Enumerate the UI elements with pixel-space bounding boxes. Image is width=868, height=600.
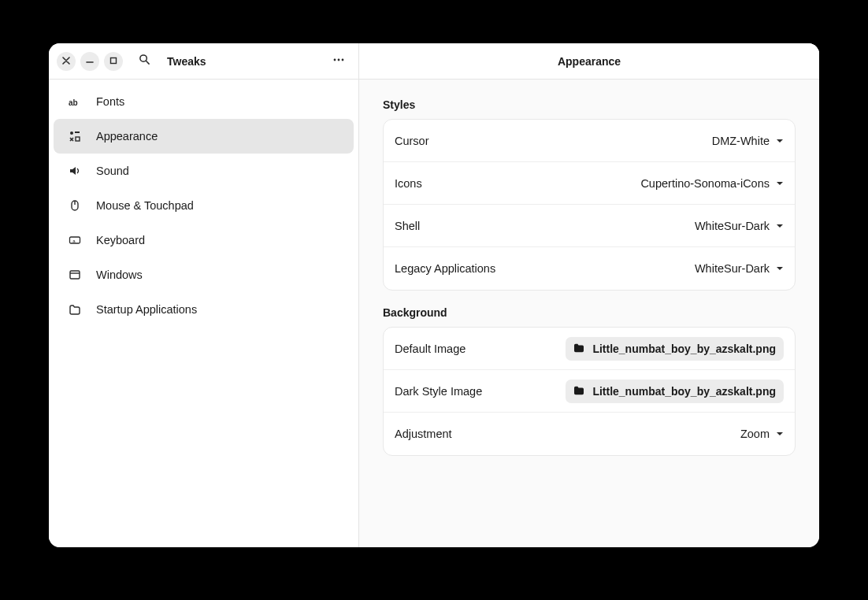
row-legacy-applications[interactable]: Legacy Applications WhiteSur-Dark (384, 247, 795, 290)
row-dark-style-image: Dark Style Image Little_numbat_boy_by_az… (384, 370, 795, 413)
file-name: Little_numbat_boy_by_azskalt.png (592, 385, 776, 398)
page-title: Appearance (558, 55, 621, 68)
styles-section-title: Styles (383, 98, 796, 111)
content-body: Styles Cursor DMZ-White Icons Cupertino-… (359, 80, 819, 486)
row-cursor[interactable]: Cursor DMZ-White (384, 120, 795, 162)
svg-point-6 (70, 131, 73, 135)
styles-group: Cursor DMZ-White Icons Cupertino-Sonoma-… (383, 119, 796, 291)
maximize-icon (109, 56, 117, 67)
sidebar-item-label: Windows (96, 269, 143, 281)
row-value-adjustment: Zoom (740, 428, 784, 440)
startup-apps-icon (68, 303, 82, 316)
row-value-shell: WhiteSur-Dark (695, 220, 784, 232)
svg-text:ab: ab (69, 98, 78, 107)
chevron-down-icon (776, 265, 784, 272)
minimize-icon (86, 56, 94, 67)
appearance-icon (68, 130, 82, 143)
search-button[interactable] (132, 50, 156, 73)
dropdown-value: WhiteSur-Dark (695, 262, 770, 275)
content-pane: Appearance Styles Cursor DMZ-White Icons (359, 43, 819, 547)
svg-rect-13 (70, 271, 80, 279)
sidebar-item-fonts[interactable]: ab Fonts (54, 84, 354, 119)
row-label: Dark Style Image (395, 385, 482, 398)
sidebar-item-label: Mouse & Touchpad (96, 199, 194, 212)
close-icon (62, 56, 70, 67)
sidebar-item-startup-applications[interactable]: Startup Applications (54, 292, 354, 327)
row-label: Shell (395, 220, 420, 232)
sound-icon (68, 165, 82, 177)
sidebar-nav: ab Fonts Appearance Sound Mous (49, 80, 358, 331)
svg-text:a: a (72, 239, 76, 243)
dropdown-value: Zoom (740, 428, 770, 440)
row-label: Cursor (395, 135, 429, 147)
mouse-icon (68, 199, 82, 212)
row-shell[interactable]: Shell WhiteSur-Dark (384, 205, 795, 247)
window-minimize-button[interactable] (80, 52, 99, 71)
row-label: Default Image (395, 343, 466, 355)
sidebar-item-label: Appearance (96, 130, 158, 143)
background-section-title: Background (383, 306, 796, 319)
sidebar-item-label: Sound (96, 165, 129, 177)
svg-point-2 (334, 58, 336, 61)
fonts-icon: ab (68, 95, 82, 108)
file-chooser-default-image[interactable]: Little_numbat_boy_by_azskalt.png (566, 337, 784, 361)
svg-rect-7 (75, 131, 80, 133)
chevron-down-icon (776, 137, 784, 145)
row-default-image: Default Image Little_numbat_boy_by_azska… (384, 328, 795, 370)
content-header: Appearance (359, 43, 819, 80)
row-label: Icons (395, 177, 422, 190)
window-maximize-button[interactable] (104, 52, 123, 71)
sidebar: Tweaks ab Fonts Appearance (49, 43, 359, 547)
keyboard-icon: a (68, 234, 82, 246)
chevron-down-icon (776, 430, 784, 438)
row-icons[interactable]: Icons Cupertino-Sonoma-iCons (384, 162, 795, 205)
sidebar-item-label: Fonts (96, 95, 124, 108)
windows-icon (68, 269, 82, 281)
svg-point-4 (342, 58, 344, 61)
window-close-button[interactable] (57, 52, 76, 71)
sidebar-item-label: Keyboard (96, 234, 145, 246)
sidebar-item-windows[interactable]: Windows (54, 257, 354, 292)
row-value-icons: Cupertino-Sonoma-iCons (640, 177, 784, 190)
svg-rect-0 (111, 57, 117, 63)
file-name: Little_numbat_boy_by_azskalt.png (592, 343, 776, 355)
row-label: Legacy Applications (395, 262, 495, 275)
file-chooser-dark-image[interactable]: Little_numbat_boy_by_azskalt.png (566, 380, 784, 403)
folder-icon (573, 385, 584, 398)
menu-button[interactable] (327, 50, 351, 73)
dropdown-value: DMZ-White (712, 135, 770, 147)
tweaks-window: Tweaks ab Fonts Appearance (49, 43, 819, 547)
app-title: Tweaks (167, 55, 206, 68)
sidebar-item-keyboard[interactable]: a Keyboard (54, 223, 354, 257)
row-value-legacy: WhiteSur-Dark (695, 262, 784, 275)
row-value-cursor: DMZ-White (712, 135, 784, 147)
chevron-down-icon (776, 180, 784, 187)
sidebar-item-mouse-touchpad[interactable]: Mouse & Touchpad (54, 188, 354, 223)
row-label: Adjustment (395, 428, 452, 440)
svg-rect-8 (76, 137, 80, 141)
sidebar-header: Tweaks (49, 43, 358, 80)
sidebar-item-label: Startup Applications (96, 303, 197, 316)
more-icon (332, 54, 345, 69)
search-icon (139, 54, 150, 69)
folder-icon (573, 343, 584, 355)
dropdown-value: Cupertino-Sonoma-iCons (640, 177, 770, 190)
background-group: Default Image Little_numbat_boy_by_azska… (383, 327, 796, 456)
sidebar-item-sound[interactable]: Sound (54, 154, 354, 188)
row-adjustment[interactable]: Adjustment Zoom (384, 413, 795, 455)
sidebar-item-appearance[interactable]: Appearance (54, 119, 354, 154)
dropdown-value: WhiteSur-Dark (695, 220, 770, 232)
chevron-down-icon (776, 222, 784, 230)
svg-point-3 (338, 58, 340, 61)
